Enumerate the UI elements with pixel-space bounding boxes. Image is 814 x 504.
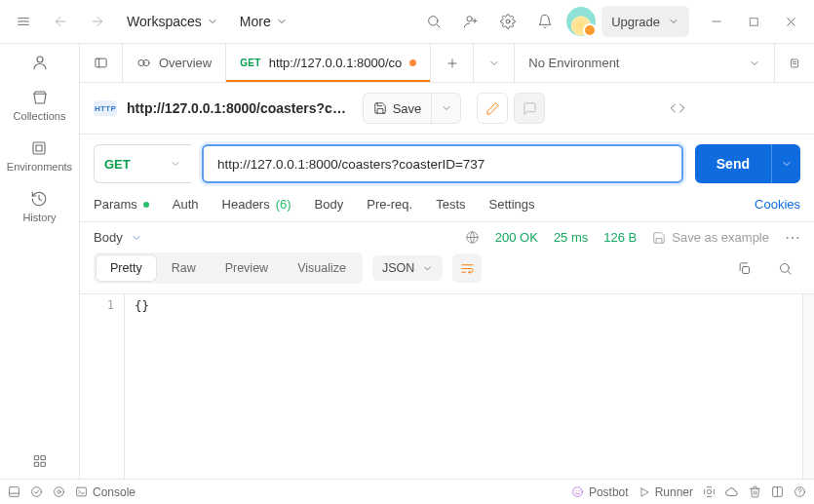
nav-forward-icon[interactable]: [82, 6, 113, 37]
svg-rect-41: [10, 487, 19, 497]
search-icon[interactable]: [418, 6, 449, 37]
send-button[interactable]: Send: [695, 144, 771, 183]
workspaces-dropdown[interactable]: Workspaces: [119, 10, 226, 33]
chevron-down-icon: [749, 58, 760, 69]
tab-request[interactable]: GET http://127.0.0.1:8000/co: [226, 44, 431, 82]
send-group: Send: [695, 144, 800, 183]
avatar[interactable]: [566, 7, 596, 36]
request-header: HTTP http://127.0.0.1:8000/coasters?coas…: [80, 83, 814, 135]
reqtab-prereq[interactable]: Pre-req.: [367, 197, 412, 212]
share-button[interactable]: [477, 93, 508, 124]
copy-response-icon[interactable]: [728, 252, 759, 284]
footer-runner[interactable]: Runner: [639, 485, 693, 499]
notifications-icon[interactable]: [529, 6, 561, 37]
footer-postbot[interactable]: Postbot: [571, 485, 629, 499]
view-raw-label: Raw: [172, 261, 196, 275]
tabs-row: Overview GET http://127.0.0.1:8000/co No…: [80, 44, 814, 83]
nav-history[interactable]: History: [22, 190, 56, 223]
footer-panel-icon[interactable]: [8, 485, 20, 498]
upgrade-button[interactable]: Upgrade: [601, 6, 689, 37]
response-code[interactable]: {}: [125, 294, 802, 479]
environment-quicklook-icon[interactable]: [775, 44, 814, 82]
svg-rect-18: [34, 456, 38, 460]
svg-point-44: [55, 487, 64, 497]
nav-collections[interactable]: Collections: [14, 89, 66, 122]
svg-point-48: [573, 487, 583, 497]
response-toolbar: Pretty Raw Preview Visualize JSON: [80, 252, 814, 293]
window-close-icon[interactable]: [775, 6, 806, 37]
tab-overview[interactable]: Overview: [123, 44, 226, 82]
request-breadcrumb[interactable]: http://127.0.0.1:8000/coasters?coasterID…: [127, 100, 353, 116]
footer-layout-icon[interactable]: [771, 485, 784, 498]
reqtab-headers[interactable]: Headers (6): [222, 197, 291, 212]
url-input[interactable]: [215, 156, 670, 173]
sidebar-toggle-icon[interactable]: [80, 44, 123, 82]
pencil-icon: [485, 101, 500, 116]
nav-workspace-icon[interactable]: [31, 54, 49, 71]
reqtab-tests[interactable]: Tests: [436, 197, 465, 212]
more-label: More: [240, 14, 271, 29]
more-options-icon[interactable]: [785, 236, 800, 240]
view-pretty[interactable]: Pretty: [97, 255, 156, 281]
app-header: Workspaces More Upgrade: [0, 0, 814, 44]
environment-selector[interactable]: No Environment: [515, 44, 775, 82]
cookies-link[interactable]: Cookies: [755, 197, 800, 212]
nav-environments[interactable]: Environments: [7, 139, 72, 173]
save-button[interactable]: Save: [364, 94, 432, 123]
reqtab-tests-label: Tests: [436, 197, 465, 212]
more-dropdown[interactable]: More: [232, 10, 295, 33]
nav-apps-icon[interactable]: [32, 453, 48, 479]
menu-icon[interactable]: [8, 6, 39, 37]
save-as-example-label: Save as example: [672, 230, 769, 245]
plus-icon: [446, 57, 459, 70]
settings-icon[interactable]: [492, 6, 523, 37]
footer-help-icon[interactable]: [794, 485, 806, 498]
svg-rect-22: [96, 58, 106, 67]
search-response-icon[interactable]: [769, 252, 800, 284]
svg-line-40: [788, 271, 791, 274]
window-minimize-icon[interactable]: [701, 6, 732, 37]
tabs-dropdown[interactable]: [474, 44, 515, 82]
save-as-example-button[interactable]: Save as example: [652, 230, 769, 245]
svg-rect-46: [77, 487, 87, 496]
svg-point-50: [579, 490, 580, 491]
save-dropdown[interactable]: [431, 94, 460, 123]
wrap-lines-button[interactable]: [452, 253, 482, 283]
code-snippet-button[interactable]: [555, 93, 800, 124]
nav-back-icon[interactable]: [45, 6, 76, 37]
footer-sync-icon[interactable]: [53, 485, 65, 498]
reqtab-params[interactable]: Params: [94, 197, 149, 212]
reqtab-settings[interactable]: Settings: [489, 197, 535, 212]
console-icon: [75, 485, 88, 498]
wrap-icon: [460, 261, 475, 276]
view-mode-group: Pretty Raw Preview Visualize: [94, 252, 363, 284]
reqtab-params-label: Params: [94, 197, 137, 212]
view-raw[interactable]: Raw: [158, 255, 210, 281]
footer-postbot-label: Postbot: [589, 485, 629, 499]
footer-find-icon[interactable]: [30, 485, 43, 498]
send-dropdown[interactable]: [771, 144, 800, 183]
response-scrollbar[interactable]: [802, 294, 814, 479]
reqtab-auth-label: Auth: [173, 197, 199, 212]
invite-icon[interactable]: [455, 6, 486, 37]
method-selector[interactable]: GET: [94, 144, 191, 183]
reqtab-auth[interactable]: Auth: [173, 197, 199, 212]
svg-rect-20: [34, 462, 38, 466]
format-selector[interactable]: JSON: [372, 255, 443, 281]
view-visualize[interactable]: Visualize: [284, 255, 360, 281]
response-section-selector[interactable]: Body: [94, 230, 142, 245]
reqtab-body[interactable]: Body: [315, 197, 344, 212]
window-maximize-icon[interactable]: [738, 6, 769, 37]
comments-button: [514, 93, 545, 124]
footer-cloud-icon[interactable]: [725, 485, 739, 499]
globe-icon[interactable]: [465, 230, 480, 245]
http-badge-label: HTTP: [95, 104, 116, 113]
status-bar: Console Postbot Runner: [0, 479, 814, 504]
format-label: JSON: [382, 261, 414, 275]
footer-trash-icon[interactable]: [749, 485, 761, 498]
new-tab-button[interactable]: [431, 44, 474, 82]
footer-capture-icon[interactable]: [703, 485, 716, 498]
view-preview[interactable]: Preview: [212, 255, 282, 281]
footer-console[interactable]: Console: [75, 485, 136, 499]
chevron-down-icon: [207, 16, 218, 27]
